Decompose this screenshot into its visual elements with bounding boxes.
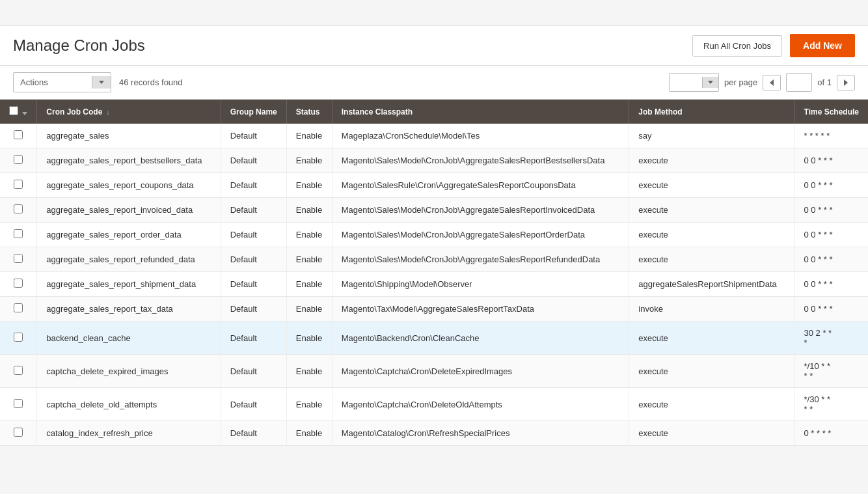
cron-jobs-table: Cron Job Code ↓ Group Name Status Instan…: [0, 100, 868, 446]
row-code: captcha_delete_expired_images: [37, 355, 221, 388]
row-code: aggregate_sales_report_bestsellers_data: [37, 148, 221, 173]
chevron-down-icon: [99, 81, 104, 84]
row-group: Default: [221, 297, 286, 322]
row-group: Default: [221, 421, 286, 446]
run-all-cron-jobs-button[interactable]: Run All Cron Jobs: [692, 35, 782, 57]
row-group: Default: [221, 247, 286, 272]
table-row: aggregate_sales_report_coupons_data Defa…: [0, 173, 868, 198]
row-method: execute: [629, 421, 794, 446]
row-status: Enable: [286, 173, 332, 198]
row-method: execute: [629, 388, 794, 421]
row-checkbox[interactable]: [14, 428, 23, 437]
row-checkbox[interactable]: [14, 303, 23, 312]
add-new-button[interactable]: Add New: [790, 34, 855, 57]
per-page-dropdown-button[interactable]: [702, 77, 718, 88]
table-row: aggregate_sales_report_refunded_data Def…: [0, 247, 868, 272]
row-code: captcha_delete_old_attempts: [37, 388, 221, 421]
toolbar-left: Actions 46 records found: [13, 72, 183, 92]
row-checkbox[interactable]: [14, 155, 23, 164]
row-schedule: 0 * * * *: [794, 421, 868, 446]
page-title: Manage Cron Jobs: [13, 36, 145, 55]
row-schedule: 0 0 * * *: [794, 247, 868, 272]
row-status: Enable: [286, 223, 332, 247]
row-group: Default: [221, 148, 286, 173]
row-classpath: Magento\SalesRule\Cron\AggregateSalesRep…: [332, 173, 629, 198]
row-group: Default: [221, 355, 286, 388]
table-row: aggregate_sales_report_bestsellers_data …: [0, 148, 868, 173]
pagination-prev-button[interactable]: [763, 75, 781, 90]
row-checkbox[interactable]: [14, 366, 23, 375]
table-row: catalog_index_refresh_price Default Enab…: [0, 421, 868, 446]
table-row: captcha_delete_expired_images Default En…: [0, 355, 868, 388]
row-method: say: [629, 124, 794, 148]
row-classpath: Magento\Captcha\Cron\DeleteOldAttempts: [332, 388, 629, 421]
sort-arrow-icon: ↓: [106, 108, 110, 116]
row-code: aggregate_sales_report_refunded_data: [37, 247, 221, 272]
row-group: Default: [221, 124, 286, 148]
th-checkbox: [0, 100, 37, 124]
row-classpath: Magento\Backend\Cron\CleanCache: [332, 322, 629, 355]
row-schedule: 0 0 * * *: [794, 148, 868, 173]
chevron-left-icon: [770, 79, 774, 86]
th-cron-job-code[interactable]: Cron Job Code ↓: [37, 100, 221, 124]
row-method: execute: [629, 322, 794, 355]
row-code: aggregate_sales: [37, 124, 221, 148]
actions-select[interactable]: Actions: [14, 73, 92, 92]
row-method: execute: [629, 355, 794, 388]
per-page-input[interactable]: 100: [670, 74, 702, 91]
row-code: aggregate_sales_report_order_data: [37, 223, 221, 247]
row-checkbox[interactable]: [14, 130, 23, 139]
row-checkbox-cell: [0, 322, 37, 355]
select-all-checkbox[interactable]: [9, 106, 18, 115]
row-classpath: Magento\Sales\Model\CronJob\AggregateSal…: [332, 247, 629, 272]
row-status: Enable: [286, 148, 332, 173]
pagination-next-button[interactable]: [837, 75, 855, 90]
per-page-label: per page: [724, 77, 757, 87]
toolbar: Actions 46 records found 100 per page 1 …: [0, 66, 868, 100]
row-status: Enable: [286, 421, 332, 446]
row-checkbox[interactable]: [14, 180, 23, 189]
row-checkbox[interactable]: [14, 333, 23, 342]
row-method: execute: [629, 223, 794, 247]
records-count: 46 records found: [119, 77, 183, 87]
row-schedule: 0 0 * * *: [794, 297, 868, 322]
row-code: aggregate_sales_report_shipment_data: [37, 272, 221, 297]
row-schedule: 0 0 * * *: [794, 272, 868, 297]
row-checkbox-cell: [0, 148, 37, 173]
row-code: backend_clean_cache: [37, 322, 221, 355]
row-code: catalog_index_refresh_price: [37, 421, 221, 446]
page-header: Manage Cron Jobs Run All Cron Jobs Add N…: [0, 26, 868, 66]
th-job-method: Job Method: [629, 100, 794, 124]
table-row: aggregate_sales_report_shipment_data Def…: [0, 272, 868, 297]
row-checkbox-cell: [0, 355, 37, 388]
row-checkbox-cell: [0, 124, 37, 148]
chevron-down-icon: [708, 81, 713, 84]
table-row: captcha_delete_old_attempts Default Enab…: [0, 388, 868, 421]
row-group: Default: [221, 173, 286, 198]
row-checkbox[interactable]: [14, 279, 23, 288]
per-page-wrapper: 100: [669, 73, 719, 92]
row-checkbox[interactable]: [14, 204, 23, 213]
table-container: Cron Job Code ↓ Group Name Status Instan…: [0, 100, 868, 446]
row-checkbox-cell: [0, 247, 37, 272]
row-code: aggregate_sales_report_invoiced_data: [37, 198, 221, 223]
row-checkbox[interactable]: [14, 399, 23, 408]
row-checkbox[interactable]: [14, 229, 23, 238]
row-classpath: Mageplaza\CronSchedule\Model\Tes: [332, 124, 629, 148]
row-checkbox[interactable]: [14, 254, 23, 263]
row-schedule: */30 * * * *: [794, 388, 868, 421]
actions-dropdown-button[interactable]: [92, 76, 111, 89]
th-time-schedule: Time Schedule: [794, 100, 868, 124]
row-group: Default: [221, 198, 286, 223]
row-method: invoke: [629, 297, 794, 322]
row-status: Enable: [286, 322, 332, 355]
row-classpath: Magento\Sales\Model\CronJob\AggregateSal…: [332, 148, 629, 173]
table-row: aggregate_sales Default Enable Mageplaza…: [0, 124, 868, 148]
current-page-input[interactable]: 1: [786, 73, 812, 92]
row-checkbox-cell: [0, 421, 37, 446]
top-bar: [0, 0, 868, 26]
row-schedule: 30 2 * * *: [794, 322, 868, 355]
row-method: aggregateSalesReportShipmentData: [629, 272, 794, 297]
chevron-down-icon: [22, 112, 27, 115]
row-checkbox-cell: [0, 173, 37, 198]
